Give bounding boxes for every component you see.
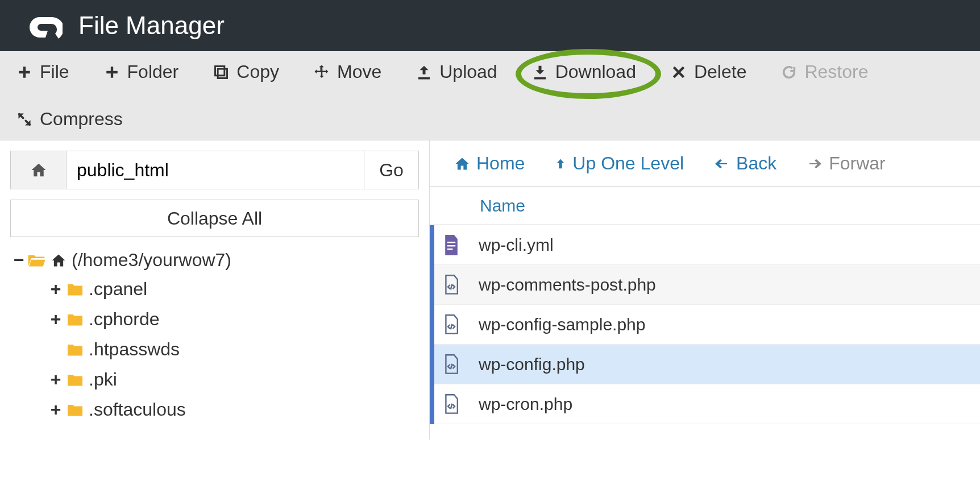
home-icon bbox=[50, 252, 67, 268]
copy-button-label: Copy bbox=[236, 61, 279, 82]
delete-button-label: Delete bbox=[694, 61, 747, 82]
folder-open-icon bbox=[27, 253, 45, 268]
code-file-icon bbox=[442, 314, 460, 335]
nav-forward[interactable]: Forwar bbox=[806, 153, 886, 174]
move-button-label: Move bbox=[337, 61, 381, 82]
copy-icon bbox=[213, 64, 230, 81]
location-bar: Go bbox=[10, 151, 419, 189]
toolbar: File Folder Copy Move Upload Download De… bbox=[0, 51, 980, 140]
file-name: wp-config-sample.php bbox=[479, 315, 645, 334]
up-arrow-icon bbox=[554, 155, 567, 172]
delete-button[interactable]: Delete bbox=[670, 61, 747, 82]
file-table-header: Name bbox=[430, 187, 980, 225]
folder-tree: − (/home3/yourwow7) +.cpanel+.cphorde.ht… bbox=[10, 250, 419, 420]
tree-node-label: .pki bbox=[89, 369, 117, 390]
code-file-icon bbox=[442, 393, 460, 415]
file-name: wp-comments-post.php bbox=[479, 275, 656, 295]
tree-node[interactable]: .htpasswds bbox=[50, 339, 416, 360]
home-button[interactable] bbox=[11, 151, 67, 189]
folder-button[interactable]: Folder bbox=[103, 61, 179, 82]
plus-icon[interactable]: + bbox=[50, 399, 61, 420]
svg-rect-0 bbox=[218, 69, 227, 78]
restore-button[interactable]: Restore bbox=[780, 61, 868, 82]
file-row[interactable]: wp-cli.yml bbox=[434, 225, 980, 265]
column-name-header[interactable]: Name bbox=[430, 196, 525, 216]
file-name: wp-cli.yml bbox=[479, 235, 554, 255]
file-row[interactable]: wp-config-sample.php bbox=[434, 305, 980, 345]
tree-node[interactable]: +.softaculous bbox=[50, 399, 416, 420]
restore-icon bbox=[780, 64, 798, 81]
go-button[interactable]: Go bbox=[364, 151, 418, 189]
upload-button-label: Upload bbox=[439, 61, 497, 82]
compress-button-label: Compress bbox=[40, 109, 123, 130]
minus-icon[interactable]: − bbox=[14, 250, 23, 271]
close-icon bbox=[670, 64, 687, 81]
nav-back-label: Back bbox=[736, 153, 776, 174]
file-nav: Home Up One Level Back Forwar bbox=[430, 140, 980, 187]
svg-rect-1 bbox=[215, 66, 225, 75]
plus-icon bbox=[103, 64, 121, 81]
file-button[interactable]: File bbox=[16, 61, 69, 82]
forward-arrow-icon bbox=[806, 157, 823, 171]
folder-icon bbox=[66, 403, 84, 417]
collapse-all-button[interactable]: Collapse All bbox=[10, 200, 419, 237]
tree-node[interactable]: +.pki bbox=[50, 369, 416, 390]
file-name: wp-config.php bbox=[479, 355, 585, 374]
upload-icon bbox=[416, 64, 433, 81]
plus-icon[interactable]: + bbox=[50, 309, 61, 330]
tree-node-label: .softaculous bbox=[89, 399, 186, 420]
nav-back[interactable]: Back bbox=[713, 153, 776, 174]
tree-node-label: .htpasswds bbox=[89, 339, 180, 360]
app-header: File Manager bbox=[0, 0, 980, 51]
code-file-icon bbox=[442, 274, 460, 296]
plus-icon[interactable]: + bbox=[50, 369, 61, 390]
tree-node[interactable]: +.cphorde bbox=[50, 309, 416, 330]
folder-icon bbox=[66, 372, 84, 387]
page-title: File Manager bbox=[78, 11, 225, 40]
back-arrow-icon bbox=[713, 157, 730, 171]
download-button[interactable]: Download bbox=[531, 61, 636, 82]
tree-node-label: .cpanel bbox=[89, 279, 147, 300]
nav-forward-label: Forwar bbox=[829, 153, 886, 174]
file-row[interactable]: wp-config.php bbox=[434, 345, 980, 384]
download-icon bbox=[531, 64, 549, 81]
tree-root-label: (/home3/yourwow7) bbox=[72, 250, 231, 271]
file-row[interactable]: wp-cron.php bbox=[434, 384, 980, 424]
tree-root[interactable]: − (/home3/yourwow7) bbox=[14, 250, 416, 271]
folder-button-label: Folder bbox=[127, 61, 179, 82]
home-icon bbox=[454, 156, 471, 172]
file-name: wp-cron.php bbox=[479, 395, 572, 414]
move-icon bbox=[313, 64, 330, 81]
nav-home[interactable]: Home bbox=[454, 153, 525, 174]
compress-icon bbox=[16, 111, 33, 128]
code-file-icon bbox=[442, 354, 460, 375]
folder-icon bbox=[66, 342, 84, 357]
nav-home-label: Home bbox=[476, 153, 525, 174]
restore-button-label: Restore bbox=[804, 61, 868, 82]
left-pane: Go Collapse All − (/home3/yourwow7) +.cp… bbox=[0, 140, 429, 440]
download-button-label: Download bbox=[555, 61, 636, 82]
right-pane: Home Up One Level Back Forwar Name wp-cl… bbox=[429, 140, 980, 440]
upload-button[interactable]: Upload bbox=[416, 61, 497, 82]
folder-icon bbox=[66, 282, 84, 297]
cpanel-logo bbox=[24, 10, 63, 41]
tree-node[interactable]: +.cpanel bbox=[50, 279, 416, 300]
path-input[interactable] bbox=[67, 151, 364, 189]
compress-button[interactable]: Compress bbox=[16, 109, 964, 130]
nav-up-one-level[interactable]: Up One Level bbox=[554, 153, 684, 174]
tree-node-label: .cphorde bbox=[89, 309, 160, 330]
folder-icon bbox=[66, 312, 84, 327]
home-icon bbox=[29, 161, 48, 179]
copy-button[interactable]: Copy bbox=[213, 61, 279, 82]
file-table: wp-cli.ymlwp-comments-post.phpwp-config-… bbox=[430, 225, 980, 424]
plus-icon bbox=[16, 64, 33, 81]
file-button-label: File bbox=[40, 61, 69, 82]
file-row[interactable]: wp-comments-post.php bbox=[434, 265, 980, 305]
nav-up-label: Up One Level bbox=[572, 153, 684, 174]
document-icon bbox=[442, 234, 460, 256]
plus-icon[interactable]: + bbox=[50, 279, 61, 300]
move-button[interactable]: Move bbox=[313, 61, 381, 82]
